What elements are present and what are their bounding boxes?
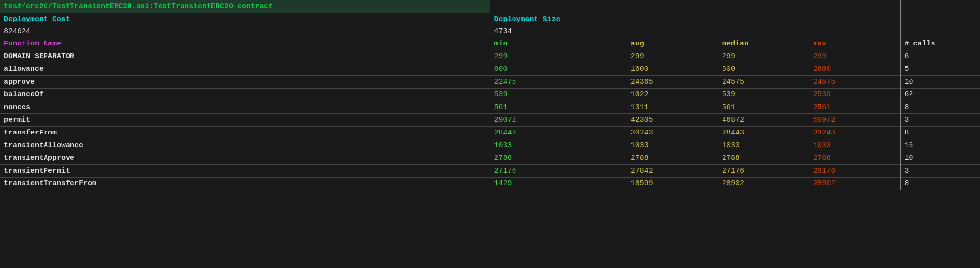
calls-cell: 3	[900, 114, 980, 127]
max-cell: 2539	[809, 89, 900, 101]
function-name-cell: transientPermit	[0, 165, 490, 178]
col-header-max: max	[809, 38, 900, 50]
title-col3	[627, 0, 718, 13]
function-name-cell: approve	[0, 76, 490, 89]
median-cell: 800	[718, 63, 809, 76]
contract-title: test/erc20/TestTransientERC20.sol:TestTr…	[0, 0, 490, 13]
median-cell: 1033	[718, 139, 809, 152]
dep-col5	[809, 13, 900, 25]
table-row: permit290724230546872509723	[0, 114, 980, 127]
calls-cell: 10	[900, 76, 980, 89]
median-cell: 2788	[718, 152, 809, 165]
calls-cell: 8	[900, 178, 980, 190]
calls-cell: 6	[900, 50, 980, 63]
min-cell: 22475	[490, 76, 627, 89]
min-cell: 561	[490, 101, 627, 114]
dep-col4	[718, 13, 809, 25]
min-cell: 299	[490, 50, 627, 63]
median-cell: 299	[718, 50, 809, 63]
col-header-name: Function Name	[0, 38, 490, 50]
avg-cell: 1600	[627, 63, 718, 76]
avg-cell: 1311	[627, 101, 718, 114]
min-cell: 28443	[490, 127, 627, 139]
deployment-cost-label: Deployment Cost	[0, 13, 490, 25]
function-name-cell: DOMAIN_SEPARATOR	[0, 50, 490, 63]
function-name-cell: transferFrom	[0, 127, 490, 139]
table-row: balanceOf5391022539253962	[0, 89, 980, 101]
table-row: transientAllowance103310331033103316	[0, 139, 980, 152]
min-cell: 27176	[490, 165, 627, 178]
min-cell: 1033	[490, 139, 627, 152]
calls-cell: 8	[900, 101, 980, 114]
table-row: DOMAIN_SEPARATOR2992992992996	[0, 50, 980, 63]
max-cell: 2800	[809, 63, 900, 76]
avg-cell: 2788	[627, 152, 718, 165]
deployment-values-row: 824624 4734	[0, 25, 980, 38]
avg-cell: 24365	[627, 76, 718, 89]
avg-cell: 18599	[627, 178, 718, 190]
dep-col3	[627, 13, 718, 25]
table-row: allowance800160080028005	[0, 63, 980, 76]
title-col5	[809, 0, 900, 13]
avg-cell: 299	[627, 50, 718, 63]
function-name-cell: transientApprove	[0, 152, 490, 165]
dep-val-col4	[718, 25, 809, 38]
max-cell: 29176	[809, 165, 900, 178]
avg-cell: 27842	[627, 165, 718, 178]
median-cell: 24575	[718, 76, 809, 89]
col-header-calls: # calls	[900, 38, 980, 50]
function-name-cell: allowance	[0, 63, 490, 76]
dep-val-col6	[900, 25, 980, 38]
col-header-min: min	[490, 38, 627, 50]
deployment-size-label: Deployment Size	[490, 13, 627, 25]
max-cell: 2561	[809, 101, 900, 114]
function-name-cell: transientTransferFrom	[0, 178, 490, 190]
calls-cell: 3	[900, 165, 980, 178]
median-cell: 561	[718, 101, 809, 114]
min-cell: 1429	[490, 178, 627, 190]
table-row: transientTransferFrom1429185992890228902…	[0, 178, 980, 190]
dep-val-col5	[809, 25, 900, 38]
title-col2	[490, 0, 627, 13]
avg-cell: 1022	[627, 89, 718, 101]
function-name-cell: nonces	[0, 101, 490, 114]
avg-cell: 1033	[627, 139, 718, 152]
function-name-cell: permit	[0, 114, 490, 127]
calls-cell: 8	[900, 127, 980, 139]
min-cell: 800	[490, 63, 627, 76]
median-cell: 27176	[718, 165, 809, 178]
title-col6	[900, 0, 980, 13]
median-cell: 28902	[718, 178, 809, 190]
median-cell: 28443	[718, 127, 809, 139]
max-cell: 50972	[809, 114, 900, 127]
function-name-cell: transientAllowance	[0, 139, 490, 152]
table-row: nonces561131156125618	[0, 101, 980, 114]
deployment-cost-value: 824624	[0, 25, 490, 38]
calls-cell: 10	[900, 152, 980, 165]
median-cell: 46872	[718, 114, 809, 127]
min-cell: 2788	[490, 152, 627, 165]
col-header-median: median	[718, 38, 809, 50]
deployment-cost-row: Deployment Cost Deployment Size	[0, 13, 980, 25]
column-headers-row: Function Name min avg median max # calls	[0, 38, 980, 50]
min-cell: 539	[490, 89, 627, 101]
table-row: transferFrom284433024328443332438	[0, 127, 980, 139]
table-row: transientApprove278827882788278810	[0, 152, 980, 165]
max-cell: 33243	[809, 127, 900, 139]
title-row: test/erc20/TestTransientERC20.sol:TestTr…	[0, 0, 980, 13]
max-cell: 299	[809, 50, 900, 63]
max-cell: 1033	[809, 139, 900, 152]
max-cell: 2788	[809, 152, 900, 165]
table-row: approve2247524365245752457510	[0, 76, 980, 89]
max-cell: 24575	[809, 76, 900, 89]
dep-val-col3	[627, 25, 718, 38]
max-cell: 28902	[809, 178, 900, 190]
table-row: transientPermit271762784227176291763	[0, 165, 980, 178]
median-cell: 539	[718, 89, 809, 101]
avg-cell: 42305	[627, 114, 718, 127]
gas-report-table: test/erc20/TestTransientERC20.sol:TestTr…	[0, 0, 980, 190]
deployment-size-value: 4734	[490, 25, 627, 38]
min-cell: 29072	[490, 114, 627, 127]
calls-cell: 16	[900, 139, 980, 152]
avg-cell: 30243	[627, 127, 718, 139]
